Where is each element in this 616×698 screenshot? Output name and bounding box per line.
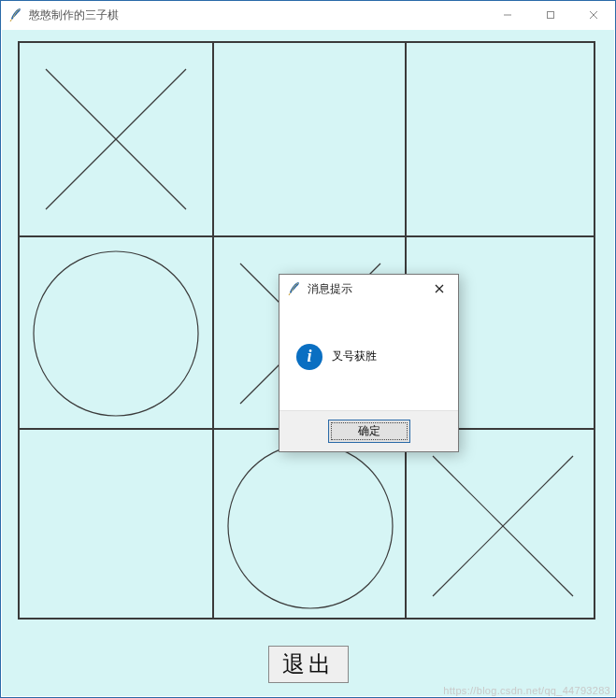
dialog-message: 叉号获胜 <box>332 349 377 364</box>
board-cell-2-0[interactable] <box>20 430 212 622</box>
board-cell-2-2[interactable] <box>407 430 599 622</box>
close-button[interactable] <box>572 1 615 29</box>
ok-button[interactable]: 确定 <box>328 420 410 443</box>
info-icon: i <box>296 344 322 370</box>
dialog-titlebar[interactable]: 消息提示 <box>279 275 458 303</box>
dialog-title: 消息提示 <box>308 281 352 297</box>
main-titlebar[interactable]: 憨憨制作的三子棋 <box>1 1 615 29</box>
x-mark-icon <box>20 43 212 235</box>
close-icon <box>435 284 444 293</box>
svg-rect-0 <box>548 12 554 19</box>
dialog-close-button[interactable] <box>421 275 458 303</box>
board-cell-0-2[interactable] <box>407 43 599 235</box>
board-cell-0-1[interactable] <box>214 43 407 235</box>
svg-point-6 <box>228 444 393 608</box>
window-title: 憨憨制作的三子棋 <box>29 7 119 23</box>
x-mark-icon <box>407 430 599 622</box>
o-mark-icon <box>214 430 407 622</box>
dialog-feather-icon <box>287 281 302 296</box>
board-cell-0-0[interactable] <box>20 43 212 235</box>
exit-button[interactable]: 退出 <box>268 646 349 683</box>
board-cell-2-1[interactable] <box>214 430 407 622</box>
message-dialog: 消息提示 i 叉号获胜 确定 <box>279 274 459 452</box>
dialog-footer: 确定 <box>279 410 458 451</box>
minimize-button[interactable] <box>486 1 529 29</box>
o-mark-icon <box>20 237 212 430</box>
app-feather-icon <box>8 7 23 22</box>
svg-point-3 <box>34 251 198 416</box>
board-cell-1-0[interactable] <box>20 237 212 430</box>
maximize-button[interactable] <box>529 1 572 29</box>
dialog-body: i 叉号获胜 <box>279 303 458 410</box>
window-buttons <box>486 1 615 29</box>
